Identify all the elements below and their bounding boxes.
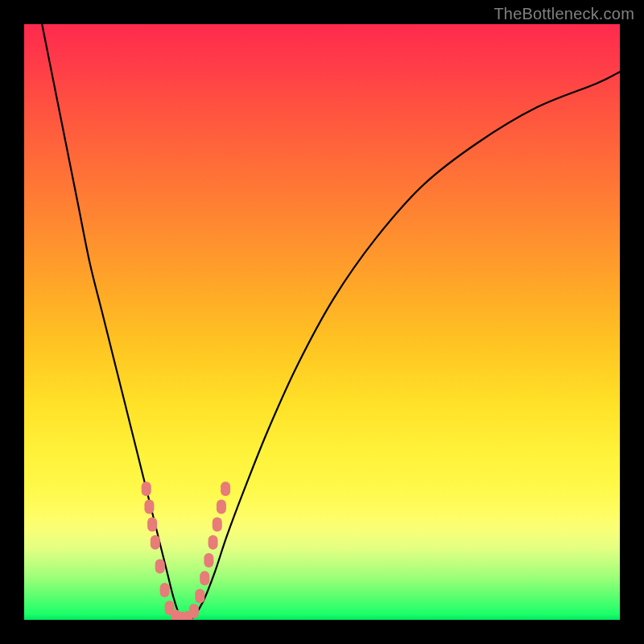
marker-dot — [151, 535, 160, 550]
marker-dot — [160, 583, 170, 597]
marker-dot — [208, 535, 218, 550]
curve-layer — [24, 24, 620, 620]
bottleneck-curve — [42, 24, 620, 620]
plot-area — [24, 24, 620, 620]
marker-dot — [204, 553, 213, 568]
marker-dot — [221, 481, 230, 496]
marker-dot — [189, 604, 199, 618]
watermark-text: TheBottleneck.com — [493, 5, 634, 23]
marker-dot — [217, 499, 226, 514]
marker-dot — [142, 481, 151, 496]
marker-dot — [144, 499, 154, 514]
marker-dot — [155, 559, 165, 573]
marker-dot — [195, 588, 204, 603]
marker-dot — [213, 518, 222, 532]
chart-frame: TheBottleneck.com — [0, 0, 644, 644]
marker-dot — [147, 518, 157, 532]
marker-dot — [200, 571, 209, 585]
marker-group — [142, 481, 230, 620]
